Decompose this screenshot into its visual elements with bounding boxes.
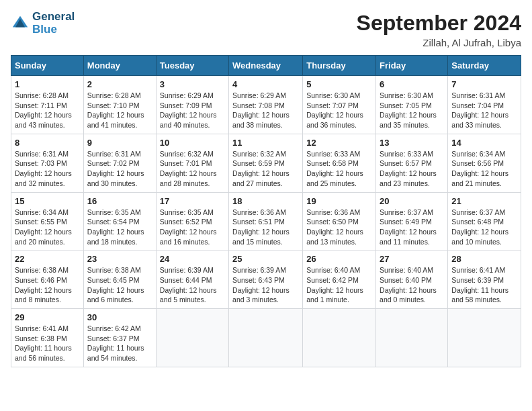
calendar-cell: 25Sunrise: 6:39 AMSunset: 6:43 PMDayligh… — [229, 250, 303, 309]
day-number: 17 — [160, 196, 225, 206]
day-number: 2 — [87, 79, 152, 89]
calendar-cell: 22Sunrise: 6:38 AMSunset: 6:46 PMDayligh… — [11, 250, 84, 309]
day-of-week-header: Saturday — [448, 56, 521, 76]
calendar-cell: 1Sunrise: 6:28 AMSunset: 7:11 PMDaylight… — [11, 76, 84, 134]
day-detail: Sunrise: 6:30 AMSunset: 7:07 PMDaylight:… — [306, 91, 372, 130]
calendar-cell: 17Sunrise: 6:35 AMSunset: 6:52 PMDayligh… — [156, 192, 228, 250]
day-number: 21 — [451, 196, 517, 206]
day-number: 27 — [380, 254, 444, 264]
calendar-cell — [448, 309, 521, 367]
day-number: 12 — [306, 138, 372, 148]
calendar-cell: 14Sunrise: 6:34 AMSunset: 6:56 PMDayligh… — [448, 134, 521, 192]
day-detail: Sunrise: 6:39 AMSunset: 6:43 PMDaylight:… — [232, 265, 299, 305]
calendar-cell: 11Sunrise: 6:32 AMSunset: 6:59 PMDayligh… — [229, 134, 303, 192]
calendar-cell: 15Sunrise: 6:34 AMSunset: 6:55 PMDayligh… — [11, 192, 84, 250]
day-detail: Sunrise: 6:29 AMSunset: 7:08 PMDaylight:… — [232, 91, 299, 130]
day-detail: Sunrise: 6:38 AMSunset: 6:46 PMDaylight:… — [15, 265, 80, 305]
day-number: 13 — [380, 138, 444, 148]
day-number: 24 — [160, 254, 225, 264]
day-detail: Sunrise: 6:32 AMSunset: 7:01 PMDaylight:… — [160, 149, 225, 189]
calendar-cell: 12Sunrise: 6:33 AMSunset: 6:58 PMDayligh… — [303, 134, 376, 192]
day-detail: Sunrise: 6:35 AMSunset: 6:52 PMDaylight:… — [160, 208, 225, 247]
calendar-cell: 10Sunrise: 6:32 AMSunset: 7:01 PMDayligh… — [156, 134, 228, 192]
day-number: 26 — [306, 254, 372, 264]
day-detail: Sunrise: 6:39 AMSunset: 6:44 PMDaylight:… — [160, 265, 225, 305]
day-of-week-header: Monday — [83, 56, 156, 76]
day-detail: Sunrise: 6:29 AMSunset: 7:09 PMDaylight:… — [160, 91, 225, 130]
calendar-week-row: 1Sunrise: 6:28 AMSunset: 7:11 PMDaylight… — [11, 76, 521, 134]
location: Zillah, Al Jufrah, Libya — [357, 37, 521, 48]
day-number: 5 — [306, 79, 372, 89]
calendar-cell: 23Sunrise: 6:38 AMSunset: 6:45 PMDayligh… — [83, 250, 156, 309]
calendar-table: SundayMondayTuesdayWednesdayThursdayFrid… — [11, 55, 521, 367]
day-number: 4 — [232, 79, 299, 89]
page-header: General Blue September 2024 Zillah, Al J… — [11, 11, 521, 48]
calendar-cell: 16Sunrise: 6:35 AMSunset: 6:54 PMDayligh… — [83, 192, 156, 250]
month-title: September 2024 — [357, 11, 521, 36]
day-detail: Sunrise: 6:33 AMSunset: 6:57 PMDaylight:… — [380, 149, 444, 189]
day-detail: Sunrise: 6:37 AMSunset: 6:49 PMDaylight:… — [380, 208, 444, 247]
calendar-cell: 26Sunrise: 6:40 AMSunset: 6:42 PMDayligh… — [303, 250, 376, 309]
calendar-cell: 13Sunrise: 6:33 AMSunset: 6:57 PMDayligh… — [376, 134, 448, 192]
calendar-cell: 4Sunrise: 6:29 AMSunset: 7:08 PMDaylight… — [229, 76, 303, 134]
calendar-cell: 27Sunrise: 6:40 AMSunset: 6:40 PMDayligh… — [376, 250, 448, 309]
day-detail: Sunrise: 6:36 AMSunset: 6:51 PMDaylight:… — [232, 208, 299, 247]
calendar-cell: 20Sunrise: 6:37 AMSunset: 6:49 PMDayligh… — [376, 192, 448, 250]
day-detail: Sunrise: 6:28 AMSunset: 7:11 PMDaylight:… — [15, 91, 80, 130]
day-detail: Sunrise: 6:32 AMSunset: 6:59 PMDaylight:… — [232, 149, 299, 189]
calendar-cell: 18Sunrise: 6:36 AMSunset: 6:51 PMDayligh… — [229, 192, 303, 250]
logo-icon — [11, 14, 30, 33]
day-detail: Sunrise: 6:40 AMSunset: 6:40 PMDaylight:… — [380, 265, 444, 305]
day-detail: Sunrise: 6:30 AMSunset: 7:05 PMDaylight:… — [380, 91, 444, 130]
calendar-cell: 30Sunrise: 6:42 AMSunset: 6:37 PMDayligh… — [83, 309, 156, 367]
day-of-week-header: Tuesday — [156, 56, 228, 76]
calendar-cell — [229, 309, 303, 367]
logo-text: General Blue — [32, 11, 75, 36]
day-detail: Sunrise: 6:34 AMSunset: 6:55 PMDaylight:… — [15, 208, 80, 247]
day-number: 11 — [232, 138, 299, 148]
day-detail: Sunrise: 6:34 AMSunset: 6:56 PMDaylight:… — [451, 149, 517, 189]
title-section: September 2024 Zillah, Al Jufrah, Libya — [357, 11, 521, 48]
day-detail: Sunrise: 6:33 AMSunset: 6:58 PMDaylight:… — [306, 149, 372, 189]
calendar-cell: 3Sunrise: 6:29 AMSunset: 7:09 PMDaylight… — [156, 76, 228, 134]
calendar-cell: 7Sunrise: 6:31 AMSunset: 7:04 PMDaylight… — [448, 76, 521, 134]
calendar-week-row: 8Sunrise: 6:31 AMSunset: 7:03 PMDaylight… — [11, 134, 521, 192]
day-number: 16 — [87, 196, 152, 206]
day-detail: Sunrise: 6:36 AMSunset: 6:50 PMDaylight:… — [306, 208, 372, 247]
day-number: 9 — [87, 138, 152, 148]
calendar-cell: 6Sunrise: 6:30 AMSunset: 7:05 PMDaylight… — [376, 76, 448, 134]
day-number: 30 — [87, 312, 152, 322]
calendar-body: 1Sunrise: 6:28 AMSunset: 7:11 PMDaylight… — [11, 76, 521, 367]
calendar-cell: 8Sunrise: 6:31 AMSunset: 7:03 PMDaylight… — [11, 134, 84, 192]
day-of-week-header: Sunday — [11, 56, 84, 76]
day-number: 8 — [15, 138, 80, 148]
calendar-cell: 24Sunrise: 6:39 AMSunset: 6:44 PMDayligh… — [156, 250, 228, 309]
day-number: 22 — [15, 254, 80, 264]
day-of-week-header: Wednesday — [229, 56, 303, 76]
calendar-cell: 28Sunrise: 6:41 AMSunset: 6:39 PMDayligh… — [448, 250, 521, 309]
day-detail: Sunrise: 6:31 AMSunset: 7:03 PMDaylight:… — [15, 149, 80, 189]
day-detail: Sunrise: 6:41 AMSunset: 6:38 PMDaylight:… — [15, 324, 80, 363]
day-number: 3 — [160, 79, 225, 89]
day-number: 6 — [380, 79, 444, 89]
day-number: 29 — [15, 312, 80, 322]
calendar-week-row: 15Sunrise: 6:34 AMSunset: 6:55 PMDayligh… — [11, 192, 521, 250]
day-number: 18 — [232, 196, 299, 206]
day-number: 20 — [380, 196, 444, 206]
day-number: 1 — [15, 79, 80, 89]
calendar-cell: 21Sunrise: 6:37 AMSunset: 6:48 PMDayligh… — [448, 192, 521, 250]
day-detail: Sunrise: 6:35 AMSunset: 6:54 PMDaylight:… — [87, 208, 152, 247]
calendar-week-row: 29Sunrise: 6:41 AMSunset: 6:38 PMDayligh… — [11, 309, 521, 367]
calendar-cell: 2Sunrise: 6:28 AMSunset: 7:10 PMDaylight… — [83, 76, 156, 134]
calendar-cell: 29Sunrise: 6:41 AMSunset: 6:38 PMDayligh… — [11, 309, 84, 367]
day-number: 7 — [451, 79, 517, 89]
day-detail: Sunrise: 6:37 AMSunset: 6:48 PMDaylight:… — [451, 208, 517, 247]
calendar-header-row: SundayMondayTuesdayWednesdayThursdayFrid… — [11, 56, 521, 76]
calendar-week-row: 22Sunrise: 6:38 AMSunset: 6:46 PMDayligh… — [11, 250, 521, 309]
day-detail: Sunrise: 6:42 AMSunset: 6:37 PMDaylight:… — [87, 324, 152, 363]
calendar-cell — [303, 309, 376, 367]
calendar-cell: 19Sunrise: 6:36 AMSunset: 6:50 PMDayligh… — [303, 192, 376, 250]
day-detail: Sunrise: 6:41 AMSunset: 6:39 PMDaylight:… — [451, 265, 517, 305]
day-detail: Sunrise: 6:31 AMSunset: 7:02 PMDaylight:… — [87, 149, 152, 189]
calendar-cell — [376, 309, 448, 367]
